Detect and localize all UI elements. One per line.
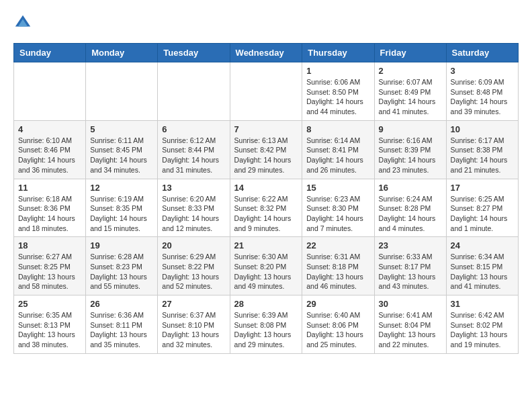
day-number: 30: [379, 299, 442, 309]
day-number: 25: [18, 299, 81, 309]
calendar-cell: 30Sunrise: 6:41 AM Sunset: 8:04 PM Dayli…: [374, 295, 446, 354]
calendar-cell: 1Sunrise: 6:06 AM Sunset: 8:50 PM Daylig…: [302, 62, 374, 121]
day-number: 14: [234, 183, 298, 193]
day-info: Sunrise: 6:25 AM Sunset: 8:27 PM Dayligh…: [451, 194, 514, 234]
day-info: Sunrise: 6:12 AM Sunset: 8:44 PM Dayligh…: [162, 136, 225, 175]
calendar-cell: 2Sunrise: 6:07 AM Sunset: 8:49 PM Daylig…: [374, 62, 446, 121]
day-number: 23: [379, 240, 442, 250]
column-header-saturday: Saturday: [446, 44, 518, 62]
calendar-cell: [230, 62, 302, 121]
day-info: Sunrise: 6:34 AM Sunset: 8:15 PM Dayligh…: [451, 252, 514, 291]
column-header-wednesday: Wednesday: [230, 44, 302, 62]
calendar-cell: 3Sunrise: 6:09 AM Sunset: 8:48 PM Daylig…: [446, 62, 518, 121]
calendar-week-row: 11Sunrise: 6:18 AM Sunset: 8:36 PM Dayli…: [14, 179, 519, 237]
calendar-cell: [86, 62, 158, 121]
calendar-cell: 13Sunrise: 6:20 AM Sunset: 8:33 PM Dayli…: [158, 179, 230, 237]
calendar-cell: 9Sunrise: 6:16 AM Sunset: 8:39 PM Daylig…: [374, 120, 446, 179]
column-header-sunday: Sunday: [14, 44, 86, 62]
page-header: [13, 13, 519, 32]
day-number: 3: [451, 66, 514, 76]
calendar-cell: 24Sunrise: 6:34 AM Sunset: 8:15 PM Dayli…: [446, 237, 518, 295]
day-number: 12: [90, 183, 153, 193]
calendar-cell: 5Sunrise: 6:11 AM Sunset: 8:45 PM Daylig…: [86, 120, 158, 179]
calendar-cell: 17Sunrise: 6:25 AM Sunset: 8:27 PM Dayli…: [446, 179, 518, 237]
day-info: Sunrise: 6:20 AM Sunset: 8:33 PM Dayligh…: [162, 194, 225, 234]
day-number: 11: [18, 183, 81, 193]
calendar-cell: 15Sunrise: 6:23 AM Sunset: 8:30 PM Dayli…: [302, 179, 374, 237]
calendar-cell: 20Sunrise: 6:29 AM Sunset: 8:22 PM Dayli…: [158, 237, 230, 295]
logo-icon: [13, 13, 32, 32]
day-info: Sunrise: 6:36 AM Sunset: 8:11 PM Dayligh…: [90, 310, 153, 350]
calendar-cell: 11Sunrise: 6:18 AM Sunset: 8:36 PM Dayli…: [14, 179, 86, 237]
day-info: Sunrise: 6:27 AM Sunset: 8:25 PM Dayligh…: [18, 252, 81, 291]
calendar-cell: 31Sunrise: 6:42 AM Sunset: 8:02 PM Dayli…: [446, 295, 518, 354]
day-number: 7: [234, 124, 298, 134]
day-number: 8: [306, 124, 369, 134]
day-number: 24: [451, 240, 514, 250]
day-number: 10: [451, 124, 514, 134]
day-number: 31: [451, 299, 514, 309]
day-number: 29: [306, 299, 369, 309]
day-info: Sunrise: 6:18 AM Sunset: 8:36 PM Dayligh…: [18, 194, 81, 234]
calendar-cell: 14Sunrise: 6:22 AM Sunset: 8:32 PM Dayli…: [230, 179, 302, 237]
calendar-cell: 22Sunrise: 6:31 AM Sunset: 8:18 PM Dayli…: [302, 237, 374, 295]
column-header-thursday: Thursday: [302, 44, 374, 62]
day-info: Sunrise: 6:22 AM Sunset: 8:32 PM Dayligh…: [234, 194, 298, 234]
day-number: 1: [306, 66, 369, 76]
calendar-week-row: 25Sunrise: 6:35 AM Sunset: 8:13 PM Dayli…: [14, 295, 519, 354]
day-info: Sunrise: 6:39 AM Sunset: 8:08 PM Dayligh…: [234, 310, 298, 350]
calendar-cell: [14, 62, 86, 121]
day-number: 22: [306, 240, 369, 250]
day-info: Sunrise: 6:42 AM Sunset: 8:02 PM Dayligh…: [451, 310, 514, 350]
day-number: 15: [306, 183, 369, 193]
day-info: Sunrise: 6:28 AM Sunset: 8:23 PM Dayligh…: [90, 252, 153, 291]
day-info: Sunrise: 6:29 AM Sunset: 8:22 PM Dayligh…: [162, 252, 225, 291]
column-header-monday: Monday: [86, 44, 158, 62]
calendar-cell: 12Sunrise: 6:19 AM Sunset: 8:35 PM Dayli…: [86, 179, 158, 237]
calendar-week-row: 1Sunrise: 6:06 AM Sunset: 8:50 PM Daylig…: [14, 62, 519, 121]
calendar-cell: 29Sunrise: 6:40 AM Sunset: 8:06 PM Dayli…: [302, 295, 374, 354]
calendar-cell: [158, 62, 230, 121]
day-number: 26: [90, 299, 153, 309]
calendar-table: SundayMondayTuesdayWednesdayThursdayFrid…: [13, 43, 519, 354]
day-info: Sunrise: 6:14 AM Sunset: 8:41 PM Dayligh…: [306, 136, 369, 175]
day-info: Sunrise: 6:16 AM Sunset: 8:39 PM Dayligh…: [379, 136, 442, 175]
calendar-cell: 10Sunrise: 6:17 AM Sunset: 8:38 PM Dayli…: [446, 120, 518, 179]
day-number: 18: [18, 240, 81, 250]
day-info: Sunrise: 6:23 AM Sunset: 8:30 PM Dayligh…: [306, 194, 369, 234]
day-info: Sunrise: 6:07 AM Sunset: 8:49 PM Dayligh…: [379, 77, 442, 117]
logo: [13, 13, 35, 32]
day-info: Sunrise: 6:11 AM Sunset: 8:45 PM Dayligh…: [90, 136, 153, 175]
calendar-cell: 8Sunrise: 6:14 AM Sunset: 8:41 PM Daylig…: [302, 120, 374, 179]
day-info: Sunrise: 6:41 AM Sunset: 8:04 PM Dayligh…: [379, 310, 442, 350]
day-number: 16: [379, 183, 442, 193]
calendar-cell: 21Sunrise: 6:30 AM Sunset: 8:20 PM Dayli…: [230, 237, 302, 295]
calendar-cell: 19Sunrise: 6:28 AM Sunset: 8:23 PM Dayli…: [86, 237, 158, 295]
day-number: 5: [90, 124, 153, 134]
day-info: Sunrise: 6:19 AM Sunset: 8:35 PM Dayligh…: [90, 194, 153, 234]
day-info: Sunrise: 6:24 AM Sunset: 8:28 PM Dayligh…: [379, 194, 442, 234]
day-info: Sunrise: 6:35 AM Sunset: 8:13 PM Dayligh…: [18, 310, 81, 350]
day-info: Sunrise: 6:37 AM Sunset: 8:10 PM Dayligh…: [162, 310, 225, 350]
day-info: Sunrise: 6:09 AM Sunset: 8:48 PM Dayligh…: [451, 77, 514, 117]
calendar-cell: 28Sunrise: 6:39 AM Sunset: 8:08 PM Dayli…: [230, 295, 302, 354]
calendar-week-row: 4Sunrise: 6:10 AM Sunset: 8:46 PM Daylig…: [14, 120, 519, 179]
day-number: 4: [18, 124, 81, 134]
day-number: 28: [234, 299, 298, 309]
column-header-tuesday: Tuesday: [158, 44, 230, 62]
day-info: Sunrise: 6:17 AM Sunset: 8:38 PM Dayligh…: [451, 136, 514, 175]
day-info: Sunrise: 6:33 AM Sunset: 8:17 PM Dayligh…: [379, 252, 442, 291]
day-number: 20: [162, 240, 225, 250]
day-info: Sunrise: 6:13 AM Sunset: 8:42 PM Dayligh…: [234, 136, 298, 175]
calendar-cell: 7Sunrise: 6:13 AM Sunset: 8:42 PM Daylig…: [230, 120, 302, 179]
calendar-cell: 16Sunrise: 6:24 AM Sunset: 8:28 PM Dayli…: [374, 179, 446, 237]
day-info: Sunrise: 6:06 AM Sunset: 8:50 PM Dayligh…: [306, 77, 369, 117]
day-info: Sunrise: 6:31 AM Sunset: 8:18 PM Dayligh…: [306, 252, 369, 291]
calendar-cell: 27Sunrise: 6:37 AM Sunset: 8:10 PM Dayli…: [158, 295, 230, 354]
day-number: 27: [162, 299, 225, 309]
calendar-cell: 23Sunrise: 6:33 AM Sunset: 8:17 PM Dayli…: [374, 237, 446, 295]
calendar-week-row: 18Sunrise: 6:27 AM Sunset: 8:25 PM Dayli…: [14, 237, 519, 295]
day-number: 17: [451, 183, 514, 193]
day-number: 13: [162, 183, 225, 193]
day-info: Sunrise: 6:40 AM Sunset: 8:06 PM Dayligh…: [306, 310, 369, 350]
